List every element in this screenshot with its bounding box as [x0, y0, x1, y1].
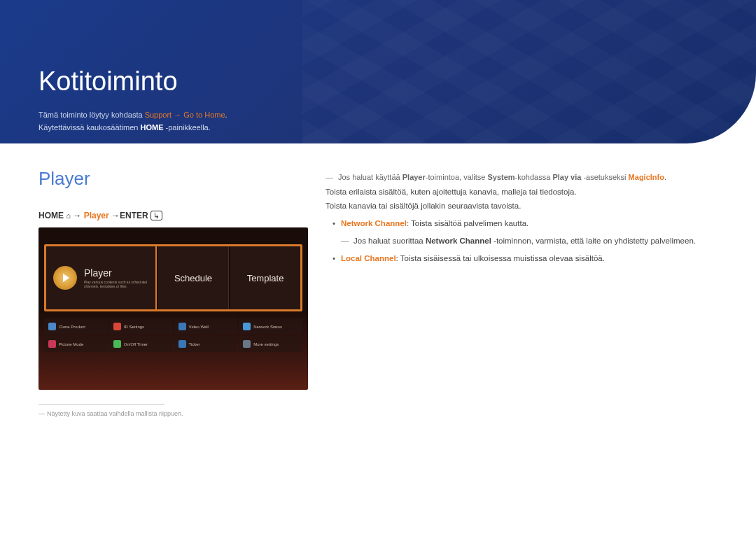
btn-id-settings: ID Settings — [109, 318, 173, 335]
page-content: Player HOME → Player →ENTER Player Play … — [0, 143, 756, 442]
banner-line1: Tämä toiminto löytyy kohdasta Support → … — [38, 109, 718, 122]
paragraph-2: Toista kanavia tai sisältöjä jollakin se… — [326, 199, 718, 213]
btn-ticker: Ticker — [174, 336, 238, 352]
tile-template: Template — [230, 246, 300, 309]
btn-video-wall: Video Wall — [174, 318, 238, 335]
note-magicinfo: Jos haluat käyttää Player-toimintoa, val… — [326, 171, 718, 185]
chapter-banner: Kotitoiminto Tämä toiminto löytyy kohdas… — [0, 0, 756, 143]
more-icon — [243, 340, 251, 348]
left-column: Player HOME → Player →ENTER Player Play … — [38, 168, 308, 417]
btn-clone-product: Clone Product — [44, 318, 108, 335]
right-column: Jos haluat käyttää Player-toimintoa, val… — [326, 168, 718, 417]
picture-icon — [48, 340, 56, 348]
btn-picture-mode: Picture Mode — [44, 336, 108, 352]
tile-row: Player Play various contents such as sch… — [44, 244, 302, 311]
banner-line2: Käytettävissä kaukosäätimen HOME -painik… — [38, 122, 718, 134]
banner-path-highlight: Support → Go to Home — [145, 111, 225, 119]
chapter-title: Kotitoiminto — [38, 66, 718, 97]
ticker-icon — [178, 340, 186, 348]
btn-network-status: Network Status — [239, 318, 302, 335]
li-network-note: Jos haluat suorittaa Network Channel -to… — [341, 234, 718, 248]
enter-icon — [150, 211, 162, 220]
menu-path: HOME → Player →ENTER — [38, 211, 308, 220]
paragraph-1: Toista erilaista sisältöä, kuten ajoitet… — [326, 185, 718, 199]
network-icon — [243, 323, 251, 330]
btn-onoff-timer: On/Off Timer — [109, 336, 173, 352]
section-title-player: Player — [38, 168, 308, 190]
button-grid: Clone Product ID Settings Video Wall Net… — [44, 318, 302, 352]
btn-more-settings: More settings — [239, 336, 302, 352]
footnote-rule — [38, 404, 164, 405]
play-icon — [53, 266, 77, 290]
li-local-channel: Local Channel: Toista sisäisessä tai ulk… — [326, 251, 718, 266]
home-icon — [66, 211, 71, 220]
screenshot-footnote: Näytetty kuva saattaa vaihdella mallista… — [38, 410, 308, 417]
li-network-channel: Network Channel: Toista sisältöä palveli… — [326, 216, 718, 248]
timer-icon — [113, 340, 121, 348]
videowall-icon — [178, 323, 186, 330]
device-screenshot: Player Play various contents such as sch… — [38, 227, 308, 390]
channel-list: Network Channel: Toista sisältöä palveli… — [326, 216, 718, 265]
tile-schedule: Schedule — [158, 246, 229, 309]
tile-player: Player Play various contents such as sch… — [46, 246, 157, 309]
clone-icon — [48, 323, 56, 330]
id-icon — [113, 323, 121, 330]
